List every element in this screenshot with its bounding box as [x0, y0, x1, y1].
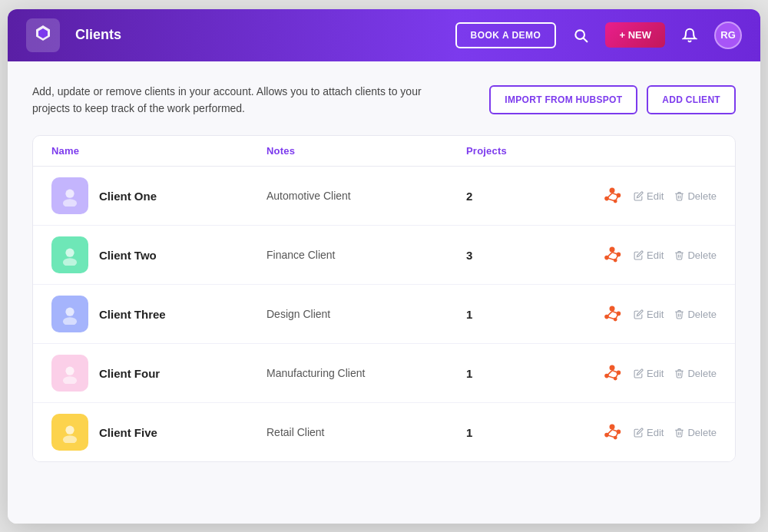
edit-button[interactable]: Edit	[634, 427, 664, 438]
trash-icon	[674, 428, 684, 438]
pencil-icon	[634, 368, 644, 378]
hubspot-icon	[601, 183, 623, 208]
pencil-icon	[634, 250, 644, 260]
client-avatar	[51, 355, 88, 392]
svg-point-2	[65, 190, 74, 198]
delete-button[interactable]: Delete	[674, 368, 717, 379]
client-notes: Retail Client	[266, 426, 466, 438]
client-projects: 1	[466, 308, 589, 321]
trash-icon	[674, 309, 684, 319]
table-row: Client Three Design Client 1 Edit	[33, 285, 735, 344]
edit-button[interactable]: Edit	[634, 190, 664, 202]
col-notes: Notes	[266, 145, 466, 157]
top-actions: IMPORT FROM HUBSPOT ADD CLIENT	[489, 85, 736, 114]
svg-point-3	[63, 199, 77, 207]
client-name: Client Three	[99, 308, 166, 321]
delete-button[interactable]: Delete	[674, 249, 717, 261]
page-description: Add, update or remove clients in your ac…	[32, 83, 432, 117]
user-avatar[interactable]: RG	[714, 21, 742, 49]
client-name-cell: Client Three	[51, 296, 266, 332]
svg-point-22	[65, 308, 74, 316]
svg-point-44	[610, 425, 615, 430]
svg-point-12	[65, 249, 74, 257]
client-name-cell: Client Two	[51, 236, 266, 273]
client-actions: Edit Delete	[589, 243, 717, 267]
svg-line-39	[607, 371, 612, 376]
trash-icon	[674, 368, 684, 378]
client-actions: Edit Delete	[589, 361, 717, 385]
bell-icon	[682, 28, 697, 43]
edit-button[interactable]: Edit	[634, 249, 664, 261]
svg-point-43	[63, 435, 77, 443]
search-button[interactable]	[568, 23, 593, 48]
col-name: Name	[51, 145, 266, 157]
client-projects: 1	[466, 426, 589, 439]
hubspot-icon	[601, 361, 623, 385]
client-avatar	[51, 414, 88, 451]
client-name-cell: Client Five	[51, 414, 266, 451]
table-row: Client Two Finance Client 3 Edit	[33, 226, 735, 285]
delete-button[interactable]: Delete	[674, 427, 717, 438]
hubspot-icon	[601, 420, 623, 444]
import-hubspot-button[interactable]: IMPORT FROM HUBSPOT	[489, 85, 637, 114]
logo-icon	[33, 23, 53, 48]
header: Clients BOOK A DEMO + NEW RG	[8, 9, 760, 61]
top-bar: Add, update or remove clients in your ac…	[32, 83, 736, 117]
pencil-icon	[634, 191, 644, 201]
new-button[interactable]: + NEW	[605, 22, 665, 48]
header-title: Clients	[75, 27, 121, 43]
client-actions: Edit Delete	[589, 183, 717, 208]
client-notes: Finance Client	[266, 249, 466, 261]
svg-point-33	[63, 376, 77, 384]
table-row: Client Four Manufacturing Client 1 Edi	[33, 344, 735, 403]
book-demo-button[interactable]: BOOK A DEMO	[455, 22, 557, 48]
edit-button[interactable]: Edit	[634, 309, 664, 320]
svg-line-19	[607, 253, 612, 258]
svg-point-14	[610, 247, 615, 253]
table-body: Client One Automotive Client 2 Edit	[33, 167, 735, 461]
app-window: Clients BOOK A DEMO + NEW RG Add, update…	[8, 9, 760, 524]
notifications-button[interactable]	[677, 23, 702, 48]
trash-icon	[674, 191, 684, 201]
table-row: Client Five Retail Client 1 Edit	[33, 403, 735, 461]
client-avatar	[51, 177, 88, 214]
search-icon	[573, 28, 588, 43]
svg-line-9	[607, 193, 612, 199]
client-notes: Design Client	[266, 308, 466, 320]
hubspot-icon	[601, 302, 623, 326]
col-projects: Projects	[466, 145, 589, 157]
main-content: Add, update or remove clients in your ac…	[8, 61, 760, 524]
svg-line-49	[607, 430, 612, 435]
pencil-icon	[634, 309, 644, 319]
client-projects: 2	[466, 190, 589, 203]
client-avatar	[51, 296, 88, 332]
edit-button[interactable]: Edit	[634, 368, 664, 379]
delete-button[interactable]: Delete	[674, 190, 717, 202]
svg-point-4	[610, 188, 615, 193]
svg-point-24	[610, 306, 615, 312]
client-notes: Automotive Client	[266, 190, 466, 202]
client-name: Client One	[99, 190, 157, 203]
table-header: Name Notes Projects	[33, 136, 735, 167]
svg-point-23	[63, 317, 77, 325]
svg-point-13	[63, 258, 77, 266]
svg-point-34	[610, 365, 615, 371]
hubspot-icon	[601, 243, 623, 267]
svg-line-1	[584, 38, 588, 41]
logo-box	[26, 18, 60, 52]
svg-line-29	[607, 312, 612, 317]
svg-point-32	[65, 367, 74, 375]
delete-button[interactable]: Delete	[674, 309, 717, 320]
client-actions: Edit Delete	[589, 420, 717, 444]
client-name: Client Five	[99, 426, 157, 439]
client-actions: Edit Delete	[589, 302, 717, 326]
client-name-cell: Client One	[51, 177, 266, 214]
table-row: Client One Automotive Client 2 Edit	[33, 167, 735, 226]
svg-point-42	[65, 426, 74, 435]
add-client-button[interactable]: ADD CLIENT	[647, 85, 736, 114]
clients-table: Name Notes Projects Client One Automotiv…	[32, 135, 736, 462]
client-notes: Manufacturing Client	[266, 367, 466, 379]
client-projects: 3	[466, 249, 589, 262]
client-name: Client Four	[99, 367, 160, 380]
client-name-cell: Client Four	[51, 355, 266, 392]
